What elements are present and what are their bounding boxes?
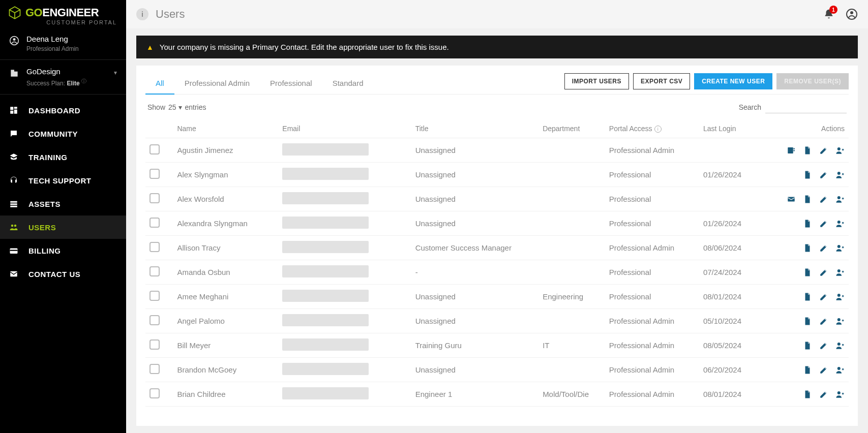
edit-icon[interactable] (819, 146, 828, 155)
notifications-button[interactable]: 1 (823, 9, 834, 20)
edit-icon[interactable] (819, 170, 828, 179)
cell-email-redacted (282, 216, 369, 229)
edit-icon[interactable] (819, 341, 828, 350)
add-user-icon[interactable] (835, 390, 845, 399)
table-row: Alexandra SlyngmanUnassignedProfessional… (145, 211, 849, 236)
cell-email-redacted (282, 363, 369, 375)
nav-training[interactable]: TRAINING (0, 145, 126, 169)
cell-name: Brandon McGoey (173, 358, 278, 382)
svg-rect-14 (10, 250, 18, 251)
cell-department: Mold/Tool/Die (538, 382, 605, 407)
edit-icon[interactable] (819, 317, 828, 326)
col-last-login[interactable]: Last Login (699, 119, 771, 138)
row-checkbox[interactable] (149, 388, 160, 398)
search-input[interactable] (765, 101, 847, 113)
cell-department (538, 236, 605, 260)
tab-all[interactable]: All (145, 73, 174, 95)
add-user-icon[interactable] (835, 195, 845, 204)
document-icon[interactable] (803, 195, 812, 204)
row-checkbox[interactable] (149, 266, 160, 276)
table-row: Amanda Osbun-Professional07/24/2024 (145, 260, 849, 285)
document-icon[interactable] (803, 268, 812, 277)
document-icon[interactable] (803, 292, 812, 301)
add-user-icon[interactable] (835, 219, 845, 228)
edit-icon[interactable] (819, 243, 828, 253)
tab-standard[interactable]: Standard (322, 73, 374, 94)
row-checkbox[interactable] (149, 339, 160, 350)
add-user-icon[interactable] (835, 317, 845, 326)
user-section[interactable]: Deena Leng Professional Admin (0, 27, 126, 60)
mail-icon (9, 269, 19, 279)
document-icon[interactable] (803, 170, 812, 179)
add-user-icon[interactable] (835, 170, 845, 179)
tab-professional[interactable]: Professional (260, 73, 322, 94)
svg-point-21 (837, 147, 841, 150)
info-icon[interactable]: i (136, 8, 148, 20)
create-new-user-button[interactable]: CREATE NEW USER (694, 73, 772, 89)
nav-dashboard[interactable]: DASHBOARD (0, 99, 126, 122)
nav-users[interactable]: USERS (0, 215, 126, 239)
nav-contact[interactable]: CONTACT US (0, 262, 126, 286)
document-icon[interactable] (803, 146, 812, 155)
svg-rect-3 (14, 72, 18, 77)
logo[interactable]: GOENGINEER (7, 5, 119, 20)
actions-cell (775, 341, 845, 350)
row-checkbox[interactable] (149, 242, 160, 252)
document-icon[interactable] (803, 390, 812, 399)
col-title[interactable]: Title (411, 119, 538, 138)
row-checkbox[interactable] (149, 169, 160, 179)
document-icon[interactable] (803, 243, 812, 253)
document-icon[interactable] (803, 219, 812, 228)
col-email[interactable]: Email (278, 119, 411, 138)
import-users-button[interactable]: IMPORT USERS (564, 73, 629, 89)
cell-access: Professional Admin (605, 382, 699, 407)
col-department[interactable]: Department (538, 119, 605, 138)
edit-icon[interactable] (819, 365, 828, 375)
cell-access: Professional Admin (605, 236, 699, 260)
edit-icon[interactable] (819, 268, 828, 277)
document-icon[interactable] (803, 317, 812, 326)
add-user-icon[interactable] (835, 146, 845, 155)
cell-title: Unassigned (411, 285, 538, 309)
table-row: Amee MeghaniUnassignedEngineeringProfess… (145, 285, 849, 309)
row-checkbox[interactable] (149, 364, 160, 374)
cell-access: Professional (605, 187, 699, 211)
add-user-icon[interactable] (835, 268, 845, 277)
nav-assets[interactable]: ASSETS (0, 192, 126, 215)
assets-icon (9, 199, 19, 208)
row-checkbox[interactable] (149, 291, 160, 301)
row-checkbox[interactable] (149, 193, 160, 203)
entries-select[interactable]: 25 ▾ (168, 103, 182, 111)
alert-banner: ▲ Your company is missing a Primary Cont… (136, 36, 858, 58)
row-checkbox[interactable] (149, 218, 160, 228)
account-button[interactable] (846, 8, 858, 20)
col-name[interactable]: Name (173, 119, 278, 138)
export-csv-button[interactable]: EXPORT CSV (633, 73, 690, 89)
row-checkbox[interactable] (149, 315, 160, 325)
edit-icon[interactable] (819, 219, 828, 228)
edit-icon[interactable] (819, 292, 828, 301)
info-icon[interactable]: i (654, 126, 662, 133)
row-checkbox[interactable] (149, 144, 160, 154)
edit-icon[interactable] (819, 195, 828, 204)
contact-card-icon[interactable] (787, 146, 796, 155)
nav-techsupport[interactable]: TECH SUPPORT (0, 169, 126, 192)
nav-community[interactable]: COMMUNITY (0, 122, 126, 145)
add-user-icon[interactable] (835, 365, 845, 375)
document-icon[interactable] (803, 341, 812, 350)
mail-icon[interactable] (787, 195, 796, 204)
cell-login: 06/20/2024 (699, 358, 771, 382)
cell-title: Unassigned (411, 163, 538, 187)
nav-billing[interactable]: BILLING (0, 239, 126, 262)
add-user-icon[interactable] (835, 341, 845, 350)
company-section[interactable]: GoDesign Success Plan: Elite ⓘ ▾ (0, 60, 126, 95)
add-user-icon[interactable] (835, 243, 845, 253)
cell-name: Allison Tracy (173, 236, 278, 260)
edit-icon[interactable] (819, 390, 828, 399)
col-access[interactable]: Portal Accessi (605, 119, 699, 138)
tab-professional-admin[interactable]: Professional Admin (174, 73, 260, 94)
cell-department: Engineering (538, 285, 605, 309)
actions-cell (775, 195, 845, 204)
document-icon[interactable] (803, 365, 812, 375)
add-user-icon[interactable] (835, 292, 845, 301)
